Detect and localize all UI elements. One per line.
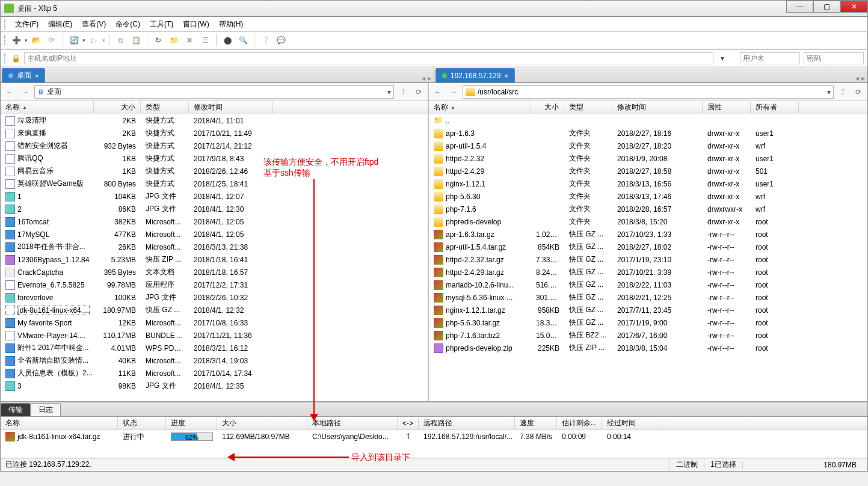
chat-icon[interactable]: 💬 xyxy=(274,33,288,48)
file-row[interactable]: 来疯直播2KB快捷方式2017/10/21, 11:49 xyxy=(1,127,428,140)
tcolumn-elapsed[interactable]: 经过时间 xyxy=(602,417,662,429)
column-mtime[interactable]: 修改时间 xyxy=(189,101,273,114)
transfer-row[interactable]: jdk-8u161-linux-x64.tar.gz 进行中 62% 112.6… xyxy=(1,430,867,443)
file-row[interactable]: 全省新增自助安装情...40KBMicrosoft...2018/3/14, 1… xyxy=(1,354,428,367)
file-row[interactable]: 腾讯QQ1KB快捷方式2017/9/18, 8:43 xyxy=(1,152,428,165)
file-row[interactable]: mariadb-10.2.6-linu...516.22MB快压 GZ ...2… xyxy=(429,278,867,291)
menu-item[interactable]: 编辑(E) xyxy=(43,18,77,31)
refresh-icon[interactable]: ⟳ xyxy=(852,85,865,99)
tab-prev-icon[interactable]: ◂ xyxy=(422,74,425,82)
file-row[interactable]: 398KBJPG 文件2018/4/1, 12:35 xyxy=(1,380,428,392)
column-size[interactable]: 大小 xyxy=(94,101,141,114)
file-row[interactable]: 286KBJPG 文件2018/4/1, 12:30 xyxy=(1,203,428,215)
tab-transfer[interactable]: 传输 xyxy=(1,403,31,416)
forward-icon[interactable]: → xyxy=(19,85,32,99)
chevron-down-icon[interactable]: ▾ xyxy=(387,88,391,96)
file-row[interactable]: php-5.6.30.tar.gz18.38MB快压 GZ ...2017/1/… xyxy=(429,316,867,329)
tcolumn-eta[interactable]: 估计剩余... xyxy=(557,417,602,429)
menu-item[interactable]: 查看(V) xyxy=(77,18,111,31)
column-attr[interactable]: 属性 xyxy=(703,101,751,114)
tcolumn-dir[interactable]: <-> xyxy=(398,417,419,429)
file-row[interactable]: foreverlove100KBJPG 文件2018/2/26, 10:32 xyxy=(1,291,428,304)
file-row[interactable]: Evernote_6.7.5.582599.78MB应用程序2017/12/2,… xyxy=(1,278,428,291)
file-row[interactable]: php-7.1.6.tar.bz215.00MB快压 BZ2 ...2017/6… xyxy=(429,329,867,342)
tab-next-icon[interactable]: ▸ xyxy=(428,74,431,82)
tcolumn-status[interactable]: 状态 xyxy=(118,417,166,429)
terminal-icon[interactable]: ⬤ xyxy=(220,33,235,48)
menu-item[interactable]: 窗口(W) xyxy=(178,18,214,31)
menu-item[interactable]: 帮助(H) xyxy=(214,18,248,31)
tab-remote[interactable]: 192.168.57.129 × xyxy=(436,68,515,82)
column-mtime[interactable]: 修改时间 xyxy=(612,101,703,114)
file-row[interactable]: mysql-5.6.36-linux-...301.67MB快压 GZ ...2… xyxy=(429,291,867,304)
file-row[interactable]: apr-util-1.5.4文件夹2018/2/27, 18:20drwxr-x… xyxy=(429,140,867,152)
pass-input[interactable] xyxy=(804,52,864,64)
chevron-down-icon[interactable]: ▾ xyxy=(827,88,831,96)
close-button[interactable]: ✕ xyxy=(840,1,867,13)
tcolumn-speed[interactable]: 速度 xyxy=(515,417,557,429)
remote-path-box[interactable]: /usr/local/src ▾ xyxy=(463,85,834,99)
close-tab-icon[interactable]: × xyxy=(504,72,508,79)
file-row[interactable]: httpd-2.4.29文件夹2018/2/27, 18:58drwxr-xr-… xyxy=(429,165,867,177)
paste-icon[interactable]: 📋 xyxy=(129,33,143,48)
column-type[interactable]: 类型 xyxy=(141,101,189,114)
file-row[interactable]: phpredis-develop文件夹2018/3/8, 15:20drwxr-… xyxy=(429,215,867,228)
refresh-icon[interactable]: ⟳ xyxy=(412,85,425,99)
file-row[interactable]: 17MySQL477KBMicrosoft...2018/4/1, 12:05 xyxy=(1,228,428,241)
file-row[interactable]: phpredis-develop.zip225KB快压 ZIP ...2018/… xyxy=(429,342,867,354)
host-input[interactable] xyxy=(24,52,713,64)
delete-icon[interactable]: ✖ xyxy=(182,33,197,48)
tcolumn-remote[interactable]: 远程路径 xyxy=(419,417,515,429)
find-icon[interactable]: 🔍 xyxy=(236,33,250,48)
file-row[interactable]: 📁.. xyxy=(429,114,867,127)
sync-icon[interactable]: 🔄 xyxy=(67,33,81,48)
tcolumn-name[interactable]: 名称 xyxy=(1,417,118,429)
file-row[interactable]: jdk-8u161-linux-x64....180.97MB快压 GZ ...… xyxy=(1,304,428,316)
up-icon[interactable]: ⤴ xyxy=(396,85,410,99)
file-row[interactable]: CrackCaptcha395 Bytes文本文档2018/1/18, 16:5… xyxy=(1,266,428,278)
file-row[interactable]: My favorite Sport12KBMicrosoft...2017/10… xyxy=(1,316,428,329)
chevron-down-icon[interactable]: ▾ xyxy=(717,54,728,63)
file-row[interactable]: 人员信息表（模板）2...11KBMicrosoft...2017/10/14,… xyxy=(1,367,428,380)
file-row[interactable]: httpd-2.4.29.tar.gz8.24MB快压 GZ ...2017/1… xyxy=(429,266,867,278)
tab-log[interactable]: 日志 xyxy=(31,403,61,416)
column-owner[interactable]: 所有者 xyxy=(751,101,799,114)
up-icon[interactable]: ⤴ xyxy=(836,85,849,99)
reconnect-icon[interactable]: ⟳ xyxy=(45,33,59,48)
file-row[interactable]: apr-1.6.3文件夹2018/2/27, 18:16drwxr-xr-xus… xyxy=(429,127,867,140)
file-row[interactable]: 垃圾清理2KB快捷方式2018/4/1, 11:01 xyxy=(1,114,428,127)
refresh-icon[interactable]: ↻ xyxy=(151,33,165,48)
tab-next-icon[interactable]: ▸ xyxy=(861,74,865,82)
forward-icon[interactable]: → xyxy=(447,85,460,99)
file-row[interactable]: 12306Bypass_1.12.845.23MB快压 ZIP ...2018/… xyxy=(1,253,428,266)
new-session-icon[interactable]: ➕ xyxy=(9,33,23,48)
file-row[interactable]: VMware-Player-14....110.17MBBUNDLE ...20… xyxy=(1,329,428,342)
tcolumn-size[interactable]: 大小 xyxy=(217,417,307,429)
file-row[interactable]: 1104KBJPG 文件2018/4/1, 12:07 xyxy=(1,190,428,203)
file-row[interactable]: apr-1.6.3.tar.gz1.02MB快压 GZ ...2017/10/2… xyxy=(429,228,867,241)
file-row[interactable]: nginx-1.12.1文件夹2018/3/13, 16:56drwxr-xr-… xyxy=(429,177,867,190)
file-row[interactable]: php-5.6.30文件夹2018/3/13, 17:46drwxr-xr-xw… xyxy=(429,190,867,203)
file-row[interactable]: httpd-2.2.32.tar.gz7.33MB快压 GZ ...2017/1… xyxy=(429,253,867,266)
file-row[interactable]: 16Tomcat382KBMicrosoft...2018/4/1, 12:05 xyxy=(1,215,428,228)
file-row[interactable]: httpd-2.2.32文件夹2018/1/9, 20:08drwxr-xr-x… xyxy=(429,152,867,165)
column-size[interactable]: 大小 xyxy=(531,101,564,114)
file-row[interactable]: 网易云音乐1KB快捷方式2018/2/26, 12:46 xyxy=(1,165,428,177)
menu-item[interactable]: 命令(C) xyxy=(111,18,145,31)
tcolumn-progress[interactable]: 进度 xyxy=(166,417,217,429)
copy-icon[interactable]: ⧉ xyxy=(113,33,128,48)
close-tab-icon[interactable]: × xyxy=(35,72,38,79)
back-icon[interactable]: ← xyxy=(3,85,16,99)
file-row[interactable]: apr-util-1.5.4.tar.gz854KB快压 GZ ...2018/… xyxy=(429,241,867,253)
file-row[interactable]: nginx-1.12.1.tar.gz958KB快压 GZ ...2017/7/… xyxy=(429,304,867,316)
help-icon[interactable]: ❔ xyxy=(258,33,272,48)
file-row[interactable]: 2018年任务书-非合...26KBMicrosoft...2018/3/13,… xyxy=(1,241,428,253)
open-icon[interactable]: 📂 xyxy=(29,33,43,48)
new-folder-icon[interactable]: 📁 xyxy=(167,33,181,48)
file-row[interactable]: 英雄联盟WeGame版800 Bytes快捷方式2018/1/25, 18:41 xyxy=(1,177,428,190)
file-row[interactable]: 猎豹安全浏览器932 Bytes快捷方式2017/12/14, 21:12 xyxy=(1,140,428,152)
column-type[interactable]: 类型 xyxy=(564,101,612,114)
user-input[interactable] xyxy=(740,52,800,64)
file-row[interactable]: php-7.1.6文件夹2018/2/28, 16:57drwxrwxr-xwr… xyxy=(429,203,867,215)
tab-prev-icon[interactable]: ◂ xyxy=(855,74,859,82)
